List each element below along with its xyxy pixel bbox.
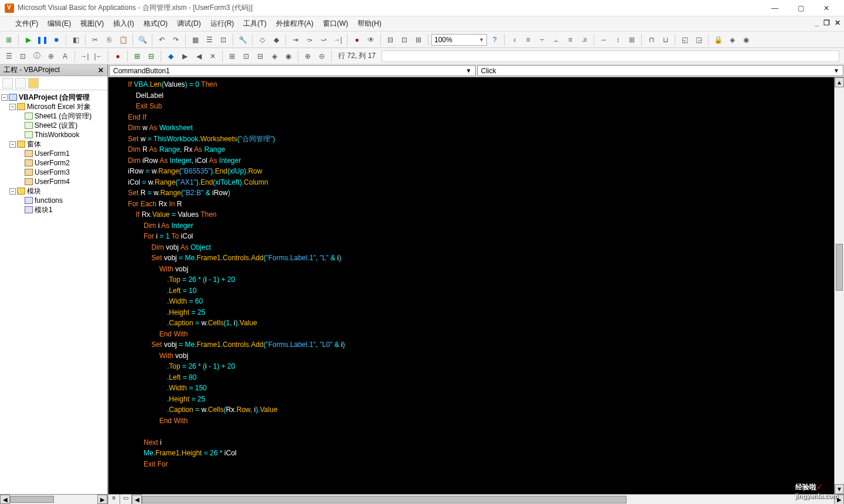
undo-button[interactable]: ↶ (155, 33, 168, 46)
outdent-button[interactable]: |← (92, 50, 105, 63)
align-center-button[interactable]: ≡ (522, 33, 535, 46)
group-button[interactable]: ⊓ (645, 33, 658, 46)
align-middle-button[interactable]: ≡ (564, 33, 577, 46)
same-size-button[interactable]: ⊞ (625, 33, 638, 46)
align-right-button[interactable]: ⫟ (536, 33, 549, 46)
toggle-breakpoint-button[interactable]: ● (111, 50, 124, 63)
project-explorer-button[interactable]: ▦ (189, 33, 202, 46)
paste-button[interactable]: 📋 (117, 33, 130, 46)
break-button[interactable]: ❚❚ (36, 33, 49, 46)
design-mode-button[interactable]: ◧ (69, 33, 82, 46)
scroll-left-icon[interactable]: ◀ (132, 495, 142, 504)
scroll-left-icon[interactable]: ◀ (0, 495, 10, 504)
toggle-folders-button[interactable] (28, 78, 39, 88)
tree-userform4[interactable]: UserForm4 (1, 177, 106, 186)
scroll-right-icon[interactable]: ▶ (834, 495, 844, 504)
ungroup-button[interactable]: ⊔ (659, 33, 672, 46)
tree-userform3[interactable]: UserForm3 (1, 168, 106, 177)
cut-button[interactable]: ✂ (89, 33, 101, 46)
help-button[interactable]: ? (488, 33, 501, 46)
toolbox-button[interactable]: 🔧 (236, 33, 249, 46)
object-browser-button[interactable]: ⊡ (217, 33, 230, 46)
tb-misc-6[interactable]: ◈ (726, 33, 738, 46)
object-dropdown[interactable]: CommandButton1▼ (109, 65, 476, 76)
tb2-misc-7[interactable]: ⊖ (315, 50, 328, 63)
breakpoint-button[interactable]: ● (350, 33, 363, 46)
code-editor[interactable]: If VBA.Len(Values) = 0 Then DelLabel Exi… (108, 77, 834, 494)
uncomment-button[interactable]: ⊟ (145, 50, 158, 63)
tb2-misc-2[interactable]: ⊡ (240, 50, 253, 63)
align-bottom-button[interactable]: ⫡ (578, 33, 591, 46)
menu-file[interactable]: 文件(F) (11, 16, 43, 31)
step-over-button[interactable]: ⤼ (303, 33, 316, 46)
parameter-info-button[interactable]: ⊕ (45, 50, 57, 63)
redo-button[interactable]: ↷ (169, 33, 182, 46)
vscroll-thumb[interactable] (836, 244, 843, 291)
list-properties-button[interactable]: ☰ (2, 50, 15, 63)
tb-misc-5[interactable]: ⊞ (412, 33, 425, 46)
find-button[interactable]: 🔍 (136, 33, 149, 46)
send-back-button[interactable]: ◲ (692, 33, 705, 46)
scroll-right-icon[interactable]: ▶ (97, 495, 107, 504)
mdi-close-button[interactable]: ✕ (835, 19, 840, 27)
step-out-button[interactable]: ⤻ (317, 33, 330, 46)
menu-help[interactable]: 帮助(H) (353, 16, 386, 31)
scroll-down-icon[interactable]: ▼ (835, 484, 844, 494)
mdi-minimize-button[interactable]: _ (815, 19, 819, 27)
lock-button[interactable]: 🔒 (712, 33, 724, 46)
tb2-misc-1[interactable]: ⊞ (226, 50, 239, 63)
full-module-view-button[interactable]: ▭ (120, 495, 132, 504)
tb-misc-1[interactable]: ◇ (256, 33, 268, 46)
close-button[interactable]: ✕ (814, 0, 839, 16)
menu-edit[interactable]: 编辑(E) (43, 16, 76, 31)
tree-module1[interactable]: 模块1 (1, 205, 106, 214)
tb2-misc-3[interactable]: ⊟ (254, 50, 267, 63)
tb2-misc-6[interactable]: ⊕ (301, 50, 314, 63)
mdi-restore-button[interactable]: ❐ (823, 19, 830, 27)
same-width-button[interactable]: ↔ (597, 33, 610, 46)
copy-button[interactable]: ⎘ (103, 33, 115, 46)
tree-module-functions[interactable]: functions (1, 196, 106, 205)
maximize-button[interactable]: ▢ (788, 0, 814, 16)
view-object-button[interactable] (15, 78, 26, 88)
same-height-button[interactable]: ↕ (611, 33, 624, 46)
view-excel-button[interactable]: ⊞ (2, 33, 15, 46)
object-navigation-combo[interactable] (382, 50, 839, 62)
tree-excel-folder[interactable]: −Microsoft Excel 对象 (1, 102, 106, 111)
tb-misc-4[interactable]: ⊡ (398, 33, 411, 46)
tree-sheet1[interactable]: Sheet1 (合同管理) (1, 111, 106, 121)
procedure-dropdown[interactable]: Click▼ (477, 65, 844, 76)
indent-button[interactable]: →| (78, 50, 91, 63)
tb-misc-7[interactable]: ◉ (740, 33, 753, 46)
tb2-misc-5[interactable]: ◉ (282, 50, 295, 63)
editor-vscroll[interactable]: ▲ ▼ (834, 77, 844, 494)
toggle-bookmark-button[interactable]: ◆ (164, 50, 177, 63)
comment-button[interactable]: ⊞ (131, 50, 144, 63)
reset-button[interactable]: ■ (50, 33, 63, 46)
list-constants-button[interactable]: ⊡ (16, 50, 29, 63)
minimize-button[interactable]: — (762, 0, 788, 16)
quick-info-button[interactable]: ⓘ (30, 50, 43, 63)
tree-sheet2[interactable]: Sheet2 (设置) (1, 121, 106, 130)
watch-button[interactable]: 👁 (365, 33, 377, 46)
tree-modules-folder[interactable]: −模块 (1, 186, 106, 196)
step-into-button[interactable]: ⇥ (289, 33, 302, 46)
next-bookmark-button[interactable]: ▶ (178, 50, 191, 63)
menu-insert[interactable]: 插入(I) (108, 16, 138, 31)
tree-project-root[interactable]: −VBAProject (合同管理 (1, 93, 106, 102)
menu-tools[interactable]: 工具(T) (239, 16, 271, 31)
tb-misc-3[interactable]: ⊟ (384, 33, 397, 46)
tb2-misc-4[interactable]: ◈ (268, 50, 281, 63)
prev-bookmark-button[interactable]: ◀ (192, 50, 205, 63)
editor-hscroll[interactable]: ◀ ▶ (132, 495, 844, 504)
align-left-button[interactable]: ⫞ (508, 33, 520, 46)
tree-thisworkbook[interactable]: ThisWorkbook (1, 130, 106, 139)
menu-addins[interactable]: 外接程序(A) (271, 16, 318, 31)
menu-view[interactable]: 视图(V) (76, 16, 108, 31)
zoom-combo[interactable]: 100%▼ (431, 34, 487, 46)
run-button[interactable]: ▶ (22, 33, 35, 46)
align-top-button[interactable]: ⫠ (550, 33, 563, 46)
run-to-cursor-button[interactable]: →| (331, 33, 344, 46)
tree-userform1[interactable]: UserForm1 (1, 149, 106, 158)
project-tree[interactable]: −VBAProject (合同管理 −Microsoft Excel 对象 Sh… (0, 90, 107, 494)
